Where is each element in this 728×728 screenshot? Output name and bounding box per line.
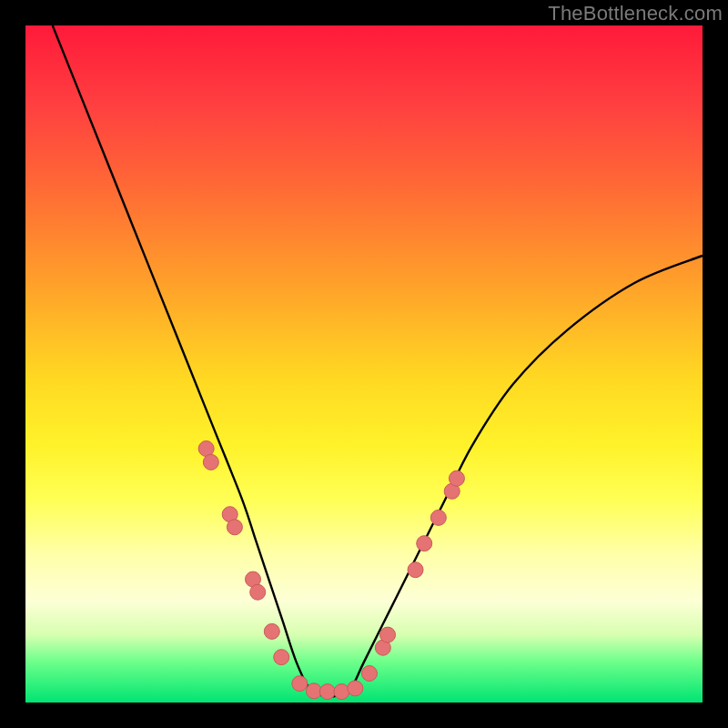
black-frame: [0, 0, 728, 728]
watermark-text: TheBottleneck.com: [548, 2, 723, 25]
